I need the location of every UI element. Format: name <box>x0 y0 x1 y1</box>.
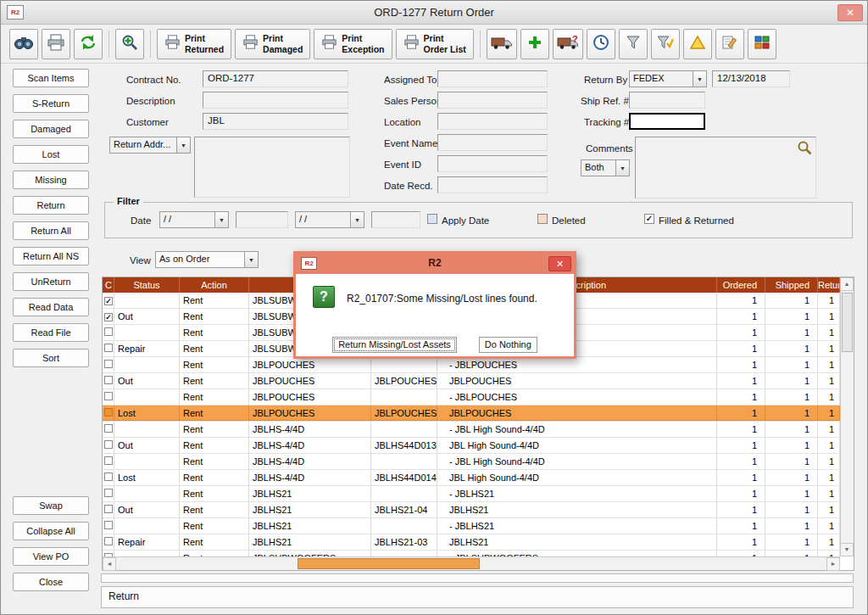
filter-date-to-combo[interactable]: / / ▼ <box>295 211 364 228</box>
comments-filter-combo[interactable]: Both ▼ <box>581 159 630 176</box>
shipping-query-button[interactable]: ? <box>553 29 583 59</box>
filter-button[interactable] <box>619 29 648 59</box>
row-checkbox[interactable] <box>104 505 113 513</box>
sidebar-item-read-data[interactable]: Read Data <box>13 298 89 316</box>
print-damaged-button[interactable]: PrintDamaged <box>235 29 310 59</box>
window-close-button[interactable]: ✕ <box>837 4 863 21</box>
print-button[interactable] <box>42 29 70 59</box>
chevron-down-icon[interactable]: ▼ <box>615 159 630 176</box>
chevron-down-icon[interactable]: ▼ <box>693 70 707 87</box>
table-row[interactable]: Out Rent JBLHS21 JBLHS21-04 JBLHS21 1 1 … <box>103 502 840 518</box>
sidebar-item-return-all[interactable]: Return All <box>13 221 89 240</box>
dialog-close-button[interactable]: ✕ <box>548 256 571 271</box>
row-checkbox[interactable] <box>104 424 113 433</box>
print-exception-button[interactable]: PrintException <box>314 29 392 59</box>
chevron-down-icon[interactable]: ▼ <box>214 211 229 228</box>
row-checkbox[interactable] <box>104 376 113 384</box>
table-row[interactable]: Out Rent JBLHS-4/4D JBLHS44D013 JBL High… <box>103 438 840 454</box>
date-recd-field[interactable] <box>437 176 548 193</box>
search-add-button[interactable] <box>115 29 144 59</box>
filter-date-from-combo[interactable]: / / ▼ <box>159 211 229 228</box>
vertical-scrollbar[interactable]: ▲ ▼ <box>840 277 854 556</box>
return-by-date-field[interactable]: 12/13/2018 <box>712 70 790 87</box>
sidebar-item-read-file[interactable]: Read File <box>13 323 89 342</box>
column-header-check[interactable]: C <box>103 277 114 293</box>
sidebar-item-s-return[interactable]: S-Return <box>13 94 89 113</box>
table-row[interactable]: Lost Rent JBLHS-4/4D JBLHS44D014 JBL Hig… <box>103 470 840 486</box>
row-checkbox[interactable] <box>104 521 113 529</box>
view-combo[interactable]: As on Order ▼ <box>155 251 259 268</box>
row-checkbox[interactable]: ✓ <box>104 297 113 305</box>
edit-notes-button[interactable] <box>715 29 744 59</box>
filter-apply-button[interactable] <box>651 29 680 59</box>
scroll-left-icon[interactable]: ◄ <box>103 557 116 571</box>
scroll-up-icon[interactable]: ▲ <box>840 277 854 291</box>
warning-button[interactable] <box>683 29 712 59</box>
chevron-down-icon[interactable]: ▼ <box>176 137 191 154</box>
event-id-field[interactable] <box>437 155 548 172</box>
table-row[interactable]: Out Rent JBLPOUCHES JBLPOUCHES#4 JBLPOUC… <box>103 373 840 389</box>
return-missing-lost-button[interactable]: Return Missing/Lost Assets <box>332 337 457 353</box>
chevron-down-icon[interactable]: ▼ <box>244 251 259 268</box>
filled-returned-checkbox[interactable]: ✓ <box>644 214 654 224</box>
horizontal-scrollbar[interactable]: ◄ ► <box>103 556 840 570</box>
chevron-down-icon[interactable]: ▼ <box>350 211 364 228</box>
table-row[interactable]: Rent JBLHS21 - JBLHS21 1 1 1 <box>103 518 840 534</box>
table-row[interactable]: Rent JBLHS-4/4D - JBL High Sound-4/4D 1 … <box>103 454 840 470</box>
comments-search-icon[interactable] <box>797 140 812 159</box>
table-row[interactable]: Rent JBLPOUCHES - JBLPOUCHES 1 1 1 <box>103 389 840 405</box>
sidebar-item-missing[interactable]: Missing <box>13 171 89 189</box>
row-checkbox[interactable] <box>104 489 113 497</box>
row-checkbox[interactable] <box>104 344 113 352</box>
horizontal-scroll-thumb[interactable] <box>298 558 480 569</box>
do-nothing-button[interactable]: Do Nothing <box>479 337 537 353</box>
return-by-combo[interactable]: FEDEX ▼ <box>629 70 707 87</box>
sidebar-item-collapse-all[interactable]: Collapse All <box>13 522 89 540</box>
table-row[interactable]: Rent JBLPOUCHES - JBLPOUCHES 1 1 1 <box>103 357 840 373</box>
apply-date-checkbox[interactable] <box>427 214 437 224</box>
return-addr-textarea[interactable] <box>194 137 350 198</box>
return-addr-combo[interactable]: Return Addr... ▼ <box>109 137 191 154</box>
sidebar-item-close[interactable]: Close <box>13 573 89 591</box>
contract-no-field[interactable]: ORD-1277 <box>203 70 348 87</box>
print-order-list-button[interactable]: PrintOrder List <box>396 29 474 59</box>
refresh-button[interactable] <box>74 29 103 59</box>
table-row[interactable]: Rent JBLHS-4/4D - JBL High Sound-4/4D 1 … <box>103 422 840 438</box>
location-field[interactable] <box>437 113 548 130</box>
table-row[interactable]: Repair Rent JBLHS21 JBLHS21-03 JBLHS21 1… <box>103 534 840 551</box>
sidebar-item-sort[interactable]: Sort <box>13 349 89 367</box>
add-button[interactable] <box>520 29 549 59</box>
sidebar-item-scan-items[interactable]: Scan Items <box>13 69 89 87</box>
sidebar-item-unreturn[interactable]: UnReturn <box>13 272 89 291</box>
filter-date-from-time-field[interactable] <box>236 211 288 228</box>
customer-field[interactable]: JBL <box>203 113 348 130</box>
deleted-checkbox[interactable] <box>537 214 548 224</box>
column-header-returned[interactable]: Returned <box>818 277 840 293</box>
column-header-action[interactable]: Action <box>180 277 249 293</box>
find-button[interactable] <box>9 29 38 59</box>
sidebar-item-view-po[interactable]: View PO <box>13 547 89 566</box>
column-header-ordered[interactable]: Ordered <box>717 277 765 293</box>
filter-date-to-time-field[interactable] <box>371 211 420 228</box>
row-checkbox[interactable] <box>104 327 113 336</box>
row-checkbox[interactable] <box>104 472 113 481</box>
sidebar-item-return[interactable]: Return <box>13 196 89 215</box>
sidebar-item-swap[interactable]: Swap <box>13 496 89 515</box>
table-row[interactable]: Rent JBLHS21 - JBLHS21 1 1 1 <box>103 486 840 502</box>
row-checkbox[interactable]: ✓ <box>104 313 113 321</box>
vertical-scroll-thumb[interactable] <box>842 293 853 352</box>
scroll-down-icon[interactable]: ▼ <box>840 543 854 556</box>
assigned-to-field[interactable] <box>437 70 548 87</box>
row-checkbox[interactable] <box>104 440 113 449</box>
ship-ref-field[interactable] <box>629 92 705 109</box>
shipping-button[interactable] <box>487 29 517 59</box>
row-checkbox[interactable] <box>104 456 113 465</box>
column-header-shipped[interactable]: Shipped <box>765 277 818 293</box>
sidebar-item-return-all-ns[interactable]: Return All NS <box>13 247 89 266</box>
row-checkbox[interactable] <box>104 537 113 545</box>
time-button[interactable] <box>587 29 615 59</box>
row-checkbox[interactable] <box>104 392 113 400</box>
scroll-right-icon[interactable]: ► <box>826 557 840 571</box>
reports-button[interactable] <box>748 29 776 59</box>
column-header-status[interactable]: Status <box>114 277 180 293</box>
